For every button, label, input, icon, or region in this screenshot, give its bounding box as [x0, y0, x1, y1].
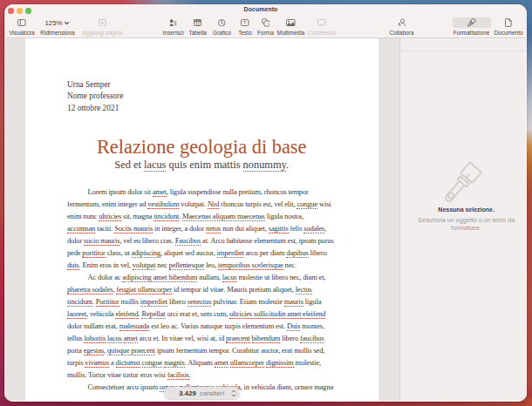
svg-text:T: T [243, 20, 247, 25]
